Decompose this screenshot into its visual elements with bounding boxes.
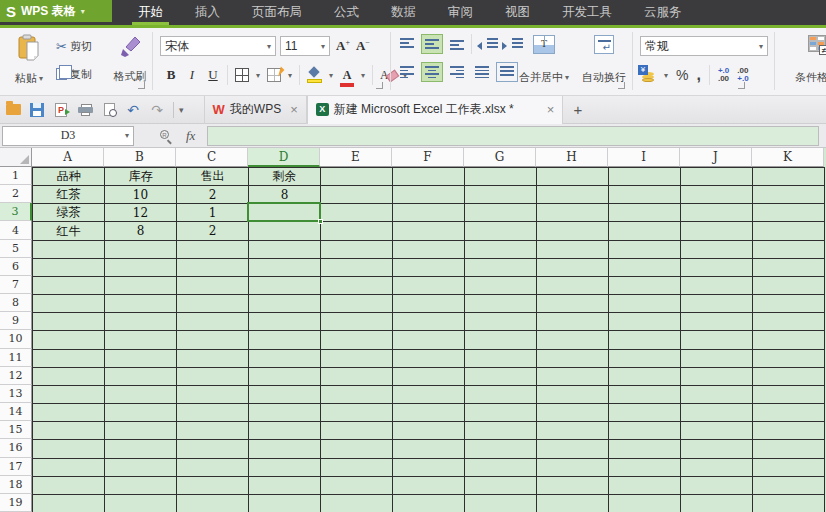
cell-D1[interactable]: 剩余 bbox=[249, 168, 321, 186]
row-header-2[interactable]: 2 bbox=[0, 185, 32, 203]
cell-I16[interactable] bbox=[609, 440, 681, 458]
cell-I7[interactable] bbox=[609, 277, 681, 295]
cell-I12[interactable] bbox=[609, 368, 681, 386]
cell-C13[interactable] bbox=[177, 386, 249, 404]
bold-button[interactable]: B bbox=[164, 67, 178, 83]
cell-I6[interactable] bbox=[609, 259, 681, 277]
cell-E11[interactable] bbox=[321, 350, 393, 368]
font-color-caret-icon[interactable]: ▾ bbox=[361, 71, 365, 80]
cell-J18[interactable] bbox=[681, 477, 753, 495]
column-header-C[interactable]: C bbox=[176, 148, 248, 167]
cell-K2[interactable] bbox=[753, 186, 825, 204]
cell-G7[interactable] bbox=[465, 277, 537, 295]
cell-B7[interactable] bbox=[105, 277, 177, 295]
font-size-select[interactable]: 11 ▾ bbox=[280, 36, 330, 56]
cell-H7[interactable] bbox=[537, 277, 609, 295]
menu-tab-云服务[interactable]: 云服务 bbox=[628, 0, 698, 25]
menu-tab-插入[interactable]: 插入 bbox=[179, 0, 236, 25]
print-preview-button[interactable] bbox=[98, 100, 120, 120]
cell-H10[interactable] bbox=[537, 331, 609, 349]
cell-K14[interactable] bbox=[753, 404, 825, 422]
cell-A14[interactable] bbox=[33, 404, 105, 422]
cell-G9[interactable] bbox=[465, 313, 537, 331]
cell-K9[interactable] bbox=[753, 313, 825, 331]
cell-D15[interactable] bbox=[249, 422, 321, 440]
cell-E9[interactable] bbox=[321, 313, 393, 331]
cell-A10[interactable] bbox=[33, 331, 105, 349]
cell-F5[interactable] bbox=[393, 241, 465, 259]
underline-button[interactable]: U bbox=[206, 67, 220, 83]
cell-C10[interactable] bbox=[177, 331, 249, 349]
cell-G18[interactable] bbox=[465, 477, 537, 495]
cell-G6[interactable] bbox=[465, 259, 537, 277]
cell-B12[interactable] bbox=[105, 368, 177, 386]
cell-K1[interactable] bbox=[753, 168, 825, 186]
cell-B17[interactable] bbox=[105, 459, 177, 477]
cell-H6[interactable] bbox=[537, 259, 609, 277]
cell-I14[interactable] bbox=[609, 404, 681, 422]
align-left-button[interactable] bbox=[396, 62, 418, 82]
cell-G11[interactable] bbox=[465, 350, 537, 368]
cell-D9[interactable] bbox=[249, 313, 321, 331]
cell-D8[interactable] bbox=[249, 295, 321, 313]
cell-A7[interactable] bbox=[33, 277, 105, 295]
cell-J9[interactable] bbox=[681, 313, 753, 331]
cell-K10[interactable] bbox=[753, 331, 825, 349]
cell-D4[interactable] bbox=[249, 222, 321, 240]
cell-A11[interactable] bbox=[33, 350, 105, 368]
cell-I19[interactable] bbox=[609, 495, 681, 512]
cell-D12[interactable] bbox=[249, 368, 321, 386]
cell-K12[interactable] bbox=[753, 368, 825, 386]
cell-H18[interactable] bbox=[537, 477, 609, 495]
cell-G14[interactable] bbox=[465, 404, 537, 422]
row-header-10[interactable]: 10 bbox=[0, 330, 32, 348]
cell-F11[interactable] bbox=[393, 350, 465, 368]
cell-K19[interactable] bbox=[753, 495, 825, 512]
cell-A18[interactable] bbox=[33, 477, 105, 495]
cell-F10[interactable] bbox=[393, 331, 465, 349]
cell-A4[interactable]: 红牛 bbox=[33, 222, 105, 240]
cell-G15[interactable] bbox=[465, 422, 537, 440]
row-header-17[interactable]: 17 bbox=[0, 458, 32, 476]
cell-H17[interactable] bbox=[537, 459, 609, 477]
doc-tab-my-wps[interactable]: W 我的WPS × bbox=[204, 96, 307, 124]
row-header-11[interactable]: 11 bbox=[0, 349, 32, 367]
paste-button[interactable]: 粘贴 ▾ bbox=[6, 32, 52, 90]
cell-A6[interactable] bbox=[33, 259, 105, 277]
cell-A17[interactable] bbox=[33, 459, 105, 477]
cell-B14[interactable] bbox=[105, 404, 177, 422]
borders-icon[interactable] bbox=[235, 68, 249, 82]
cell-E12[interactable] bbox=[321, 368, 393, 386]
cell-J7[interactable] bbox=[681, 277, 753, 295]
align-middle-button[interactable] bbox=[421, 34, 443, 54]
cell-H19[interactable] bbox=[537, 495, 609, 512]
cell-I9[interactable] bbox=[609, 313, 681, 331]
cell-F19[interactable] bbox=[393, 495, 465, 512]
cell-J11[interactable] bbox=[681, 350, 753, 368]
cut-button[interactable]: ✂ 剪切 bbox=[56, 35, 92, 57]
menu-tab-开始[interactable]: 开始 bbox=[122, 0, 179, 25]
column-header-B[interactable]: B bbox=[104, 148, 176, 167]
cell-I3[interactable] bbox=[609, 204, 681, 222]
cell-A13[interactable] bbox=[33, 386, 105, 404]
cell-D10[interactable] bbox=[249, 331, 321, 349]
cell-E8[interactable] bbox=[321, 295, 393, 313]
name-box-caret-icon[interactable]: ▾ bbox=[125, 131, 129, 140]
cell-A1[interactable]: 品种 bbox=[33, 168, 105, 186]
cell-K13[interactable] bbox=[753, 386, 825, 404]
cell-J16[interactable] bbox=[681, 440, 753, 458]
cell-A9[interactable] bbox=[33, 313, 105, 331]
cell-J5[interactable] bbox=[681, 241, 753, 259]
cell-D14[interactable] bbox=[249, 404, 321, 422]
row-header-9[interactable]: 9 bbox=[0, 312, 32, 330]
cell-C9[interactable] bbox=[177, 313, 249, 331]
cell-E4[interactable] bbox=[321, 222, 393, 240]
cell-C12[interactable] bbox=[177, 368, 249, 386]
cell-A16[interactable] bbox=[33, 440, 105, 458]
quickbar-caret-icon[interactable]: ▾ bbox=[179, 105, 184, 115]
cell-H9[interactable] bbox=[537, 313, 609, 331]
cell-C17[interactable] bbox=[177, 459, 249, 477]
cell-B2[interactable]: 10 bbox=[105, 186, 177, 204]
cell-G16[interactable] bbox=[465, 440, 537, 458]
cell-H1[interactable] bbox=[537, 168, 609, 186]
